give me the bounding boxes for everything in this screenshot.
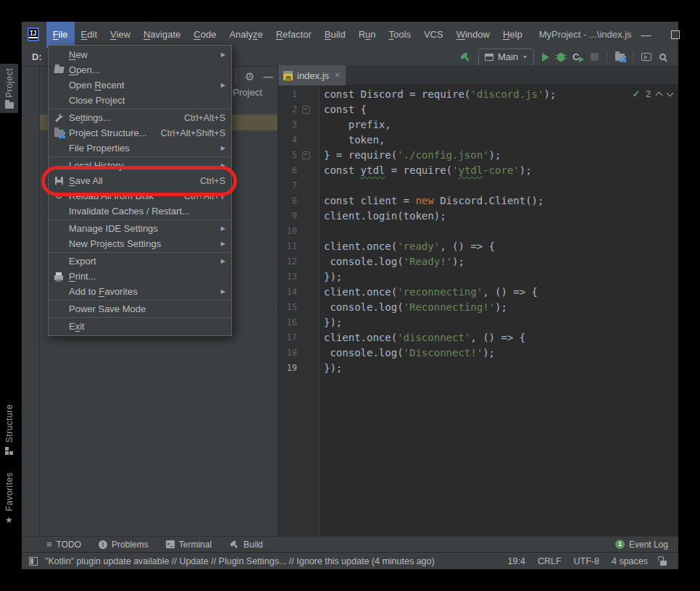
menu-item-local-history[interactable]: Local History▶ [49, 158, 231, 173]
code-line[interactable]: client.login(token); [324, 209, 556, 224]
fold-marker-icon[interactable]: − [302, 106, 310, 114]
blank-icon [53, 223, 64, 235]
todo-toolwindow-button[interactable]: ≡ TODO [46, 540, 81, 550]
menubar-item-code[interactable]: Code [187, 22, 222, 48]
run-toolbar: Main ▼ C [460, 49, 678, 66]
code-line[interactable]: const { [324, 102, 556, 117]
menu-item-open-recent[interactable]: Open Recent▶ [49, 77, 231, 93]
blank-icon [53, 80, 64, 91]
sidebar-tab-project[interactable]: Project [0, 64, 18, 113]
code-line[interactable]: client.once('ready', () => { [324, 239, 556, 254]
caret-position[interactable]: 19:4 [508, 556, 525, 566]
code-line[interactable]: prefix, [324, 117, 556, 133]
blank-icon [53, 49, 64, 61]
code-line[interactable]: }); [324, 315, 556, 330]
line-separator[interactable]: CRLF [538, 556, 562, 566]
fold-marker-icon[interactable]: ⌐ [302, 151, 310, 159]
menu-item-reload-all-from-disk[interactable]: ↻Reload All from DiskCtrl+Alt+Y [49, 188, 231, 204]
menu-item-print[interactable]: Print... [49, 269, 231, 284]
build-hammer-icon[interactable] [458, 50, 472, 64]
maximize-button[interactable] [661, 22, 690, 48]
terminal-toolwindow-button[interactable]: >_ Terminal [166, 540, 212, 550]
menubar-item-file[interactable]: File [46, 22, 75, 48]
toolwindow-toggle-icon[interactable] [29, 557, 38, 566]
code-line[interactable]: console.log('Ready!'); [324, 254, 556, 269]
close-button[interactable]: × [690, 22, 700, 48]
code-line[interactable]: const Discord = require('discord.js'); [324, 87, 556, 102]
project-structure-icon[interactable] [615, 54, 625, 61]
build-toolwindow-button[interactable]: Build [229, 540, 263, 550]
code-line[interactable]: }); [324, 361, 556, 376]
code-editor[interactable]: 12−345⌐678910111213141516171819 const Di… [278, 85, 678, 536]
menu-item-close-project[interactable]: Close Project [49, 93, 231, 108]
code-line[interactable] [324, 178, 556, 193]
menubar-item-analyze[interactable]: Analyze [222, 22, 269, 48]
menu-item-manage-ide-settings[interactable]: Manage IDE Settings▶ [49, 221, 231, 236]
intellij-logo-icon: IJ [28, 28, 39, 41]
status-widgets: 19:4 CRLF UTF-8 4 spaces [508, 556, 667, 566]
line-number: 2 [278, 102, 297, 117]
code-line[interactable]: client.once('reconnecting', () => { [324, 285, 556, 300]
code-line[interactable]: console.log('Disconnect!'); [324, 345, 556, 361]
navbar-breadcrumb[interactable]: D: [32, 51, 42, 62]
menubar-item-navigate[interactable]: Navigate [137, 22, 187, 48]
previous-highlight-icon[interactable] [656, 91, 663, 98]
inspection-widget[interactable]: ✓ 2 [632, 88, 672, 99]
next-highlight-icon[interactable] [667, 89, 674, 96]
run-button[interactable] [542, 53, 549, 62]
search-everywhere-icon[interactable] [659, 54, 666, 60]
menu-item-invalidate-caches-restart[interactable]: Invalidate Caches / Restart... [49, 204, 231, 219]
code-line[interactable]: client.once('disconnect', () => { [324, 330, 556, 345]
code-line[interactable]: const ytdl = require('ytdl-core'); [324, 163, 556, 178]
code-line[interactable]: console.log('Reconnecting!'); [324, 300, 556, 315]
menu-item-settings[interactable]: Settings...Ctrl+Alt+S [49, 110, 231, 125]
menu-item-exit[interactable]: Exit [49, 319, 231, 334]
menu-item-save-all[interactable]: Save AllCtrl+S [49, 173, 231, 188]
menubar-item-edit[interactable]: Edit [75, 22, 104, 48]
chevron-down-icon: ▼ [522, 54, 528, 59]
menubar-item-view[interactable]: View [104, 22, 137, 48]
menubar-item-tools[interactable]: Tools [383, 22, 417, 48]
menu-item-export[interactable]: Export▶ [49, 253, 231, 269]
line-number: 13 [278, 269, 297, 285]
menubar-item-refactor[interactable]: Refactor [270, 22, 318, 48]
menu-item-project-structure[interactable]: Project Structure...Ctrl+Alt+Shift+S [49, 125, 231, 141]
menu-item-new-projects-settings[interactable]: New Projects Settings▶ [49, 236, 231, 251]
code-line[interactable] [324, 224, 556, 239]
menu-item-open[interactable]: Open... [49, 62, 231, 77]
gear-icon[interactable]: ⚙ [245, 71, 254, 82]
gutter-line: 16 [278, 315, 319, 330]
menubar-item-help[interactable]: Help [496, 22, 529, 48]
problems-toolwindow-button[interactable]: ! Problems [99, 540, 149, 550]
status-message[interactable]: "Kotlin" plugin update available // Upda… [45, 556, 435, 566]
run-with-coverage-button[interactable]: C [572, 52, 583, 62]
code-line[interactable]: const client = new Discord.Client(); [324, 193, 556, 209]
menu-item-label: Open Recent [69, 80, 125, 91]
menubar-item-window[interactable]: Window [450, 22, 496, 48]
hide-panel-icon[interactable]: — [263, 71, 272, 82]
run-anything-icon[interactable] [641, 53, 651, 61]
menubar-item-vcs[interactable]: VCS [417, 22, 450, 48]
sidebar-tab-favorites[interactable]: Favorites ★ [0, 472, 18, 524]
run-configuration-select[interactable]: Main ▼ [478, 49, 534, 66]
file-encoding[interactable]: UTF-8 [574, 556, 599, 566]
unlock-icon[interactable] [660, 561, 667, 566]
menu-item-power-save-mode[interactable]: Power Save Mode [49, 301, 231, 317]
line-number: 9 [278, 209, 297, 224]
menu-item-file-properties[interactable]: File Properties▶ [49, 141, 231, 156]
code-line[interactable]: token, [324, 133, 556, 148]
menu-item-new[interactable]: New▶ [49, 47, 231, 62]
line-number: 19 [278, 361, 297, 376]
code-line[interactable]: }); [324, 269, 556, 285]
minimize-button[interactable]: — [632, 22, 661, 48]
menu-item-add-to-favorites[interactable]: Add to Favorites▶ [49, 284, 231, 299]
debug-button[interactable] [557, 53, 564, 62]
close-tab-icon[interactable]: × [335, 70, 340, 80]
indent-setting[interactable]: 4 spaces [612, 556, 648, 566]
menubar-item-run[interactable]: Run [352, 22, 383, 48]
event-log-button[interactable]: 1 Event Log [615, 540, 668, 550]
sidebar-tab-structure[interactable]: Structure [0, 404, 18, 455]
editor-tab-indexjs[interactable]: JS index.js × [278, 65, 346, 85]
code-line[interactable]: } = require('./config.json'); [324, 148, 556, 163]
menubar-item-build[interactable]: Build [318, 22, 352, 48]
